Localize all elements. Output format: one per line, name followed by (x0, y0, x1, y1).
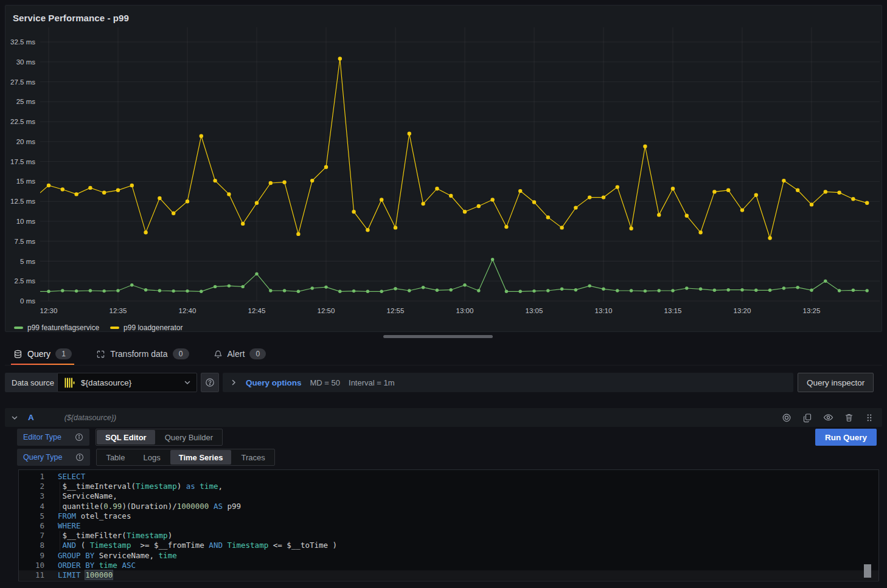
code-line[interactable]: 9GROUP BY ServiceName, time (19, 551, 878, 561)
ring-icon[interactable] (780, 411, 793, 424)
legend-item[interactable]: p99 loadgenerator (110, 323, 183, 332)
svg-text:0 ms: 0 ms (20, 297, 35, 305)
tab-query[interactable]: Query1 (12, 343, 73, 365)
query-inspector-button[interactable]: Query inspector (798, 373, 874, 392)
svg-text:12:35: 12:35 (110, 307, 127, 314)
code-line[interactable]: 5FROM otel_traces (19, 511, 878, 521)
legend-series-label: p99 featureflagservice (27, 323, 99, 332)
tab-alert[interactable]: Alert0 (212, 343, 268, 365)
svg-text:5 ms: 5 ms (20, 258, 35, 265)
legend-series-color (110, 327, 119, 329)
code-line[interactable]: 2 $__timeInterval(Timestamp) as time, (19, 482, 878, 491)
transform-icon (96, 350, 105, 359)
line-number: 10 (19, 561, 44, 570)
svg-text:12.5 ms: 12.5 ms (10, 198, 35, 205)
info-circle-icon (75, 433, 83, 441)
code-line[interactable]: 10ORDER BY time ASC (19, 561, 878, 570)
svg-text:7.5 ms: 7.5 ms (14, 238, 35, 245)
line-number: 4 (19, 502, 44, 511)
line-number: 2 (19, 482, 44, 491)
datasource-label: Data source (5, 373, 61, 392)
legend-series-color (14, 327, 23, 329)
svg-text:12:40: 12:40 (179, 307, 197, 314)
query-type-traces[interactable]: Traces (232, 450, 273, 465)
svg-text:10 ms: 10 ms (16, 218, 36, 225)
legend-series-label: p99 loadgenerator (123, 323, 183, 332)
svg-text:2.5 ms: 2.5 ms (14, 277, 35, 285)
run-query-button[interactable]: Run Query (815, 429, 877, 446)
svg-text:30 ms: 30 ms (16, 58, 36, 66)
svg-text:12:45: 12:45 (248, 307, 266, 314)
query-actions (780, 411, 876, 424)
svg-text:13:00: 13:00 (456, 307, 474, 314)
code-line[interactable]: 6WHERE (19, 521, 878, 531)
query-type-row: Query Type TableLogsTime SeriesTraces (17, 449, 275, 466)
tab-count-badge: 0 (173, 348, 189, 359)
tab-label: Alert (228, 349, 245, 359)
drag-handle-icon[interactable] (863, 411, 876, 424)
code-line[interactable]: 1SELECT (19, 472, 878, 482)
editor-type-sql-editor[interactable]: SQL Editor (97, 430, 155, 444)
editor-tabs: Query1Transform data0Alert0 (5, 343, 882, 365)
horizontal-scrollbar[interactable] (383, 335, 493, 338)
query-datasource-hint: (${datasource}) (64, 413, 116, 422)
line-number: 3 (19, 491, 44, 501)
query-type-label: Query Type (23, 453, 62, 462)
line-number: 9 (19, 551, 44, 561)
svg-text:17.5 ms: 17.5 ms (10, 158, 35, 165)
query-row-header[interactable]: A (${datasource}) (5, 408, 882, 427)
database-icon (13, 350, 23, 359)
tab-count-badge: 1 (55, 348, 72, 359)
query-type-logs[interactable]: Logs (134, 450, 169, 465)
query-type-table[interactable]: Table (97, 450, 133, 465)
datasource-help-button[interactable] (201, 373, 219, 392)
svg-text:13:10: 13:10 (595, 307, 613, 314)
code-line[interactable]: 4 quantile(0.99)(Duration)/1000000 AS p9… (19, 502, 878, 511)
code-line[interactable]: 8 AND ( Timestamp >= $__fromTime AND Tim… (19, 541, 878, 550)
svg-text:12:30: 12:30 (40, 307, 58, 314)
query-type-options: TableLogsTime SeriesTraces (96, 449, 274, 466)
line-number: 8 (19, 541, 44, 550)
chart-legend: p99 featureflagservicep99 loadgenerator (14, 323, 183, 332)
svg-text:25 ms: 25 ms (16, 98, 36, 105)
editor-type-options: SQL EditorQuery Builder (96, 429, 223, 446)
trash-icon[interactable] (842, 411, 855, 424)
sql-code-editor[interactable]: 1SELECT2 $__timeInterval(Timestamp) as t… (18, 469, 879, 581)
line-number: 1 (19, 472, 44, 482)
timeseries-panel: 0 ms2.5 ms5 ms7.5 ms10 ms12.5 ms15 ms17.… (5, 5, 882, 332)
line-number: 6 (19, 521, 44, 531)
legend-item[interactable]: p99 featureflagservice (14, 323, 99, 332)
chevron-down-icon (184, 379, 191, 386)
query-type-time-series[interactable]: Time Series (170, 450, 232, 465)
chevron-right-icon[interactable] (230, 379, 237, 386)
code-line[interactable]: 11LIMIT 100000 (19, 570, 878, 580)
clickhouse-icon (63, 376, 76, 389)
query-options-link[interactable]: Query options (246, 378, 302, 387)
editor-type-label-chip: Editor Type (17, 429, 89, 446)
info-circle-icon (75, 453, 84, 462)
tab-transform-data[interactable]: Transform data0 (95, 343, 190, 365)
collapse-chevron-icon[interactable] (11, 414, 18, 421)
code-line[interactable]: 3 ServiceName, (19, 491, 878, 501)
query-ref-id: A (28, 413, 34, 422)
svg-text:22.5 ms: 22.5 ms (10, 118, 35, 125)
datasource-picker[interactable]: ${datasource} (57, 373, 197, 392)
svg-text:13:20: 13:20 (734, 307, 751, 314)
bell-icon (214, 350, 223, 359)
datasource-value: ${datasource} (81, 378, 179, 387)
line-number: 5 (19, 511, 44, 521)
tab-count-badge: 0 (249, 348, 266, 359)
code-line[interactable]: 7 $__timeFilter(Timestamp) (19, 531, 878, 541)
line-number: 11 (19, 570, 44, 580)
svg-text:13:05: 13:05 (526, 307, 543, 314)
editor-scrollbar-thumb[interactable] (864, 564, 871, 578)
svg-text:27.5 ms: 27.5 ms (10, 78, 35, 86)
query-options-bar: Query options MD = 50 Interval = 1m (223, 373, 793, 392)
tab-label: Transform data (110, 349, 167, 359)
copy-icon[interactable] (801, 411, 814, 424)
svg-text:13:15: 13:15 (664, 307, 682, 314)
eye-icon[interactable] (821, 411, 835, 424)
timeseries-chart[interactable]: 0 ms2.5 ms5 ms7.5 ms10 ms12.5 ms15 ms17.… (5, 5, 883, 333)
editor-type-query-builder[interactable]: Query Builder (156, 430, 221, 444)
question-circle-icon (205, 378, 215, 387)
